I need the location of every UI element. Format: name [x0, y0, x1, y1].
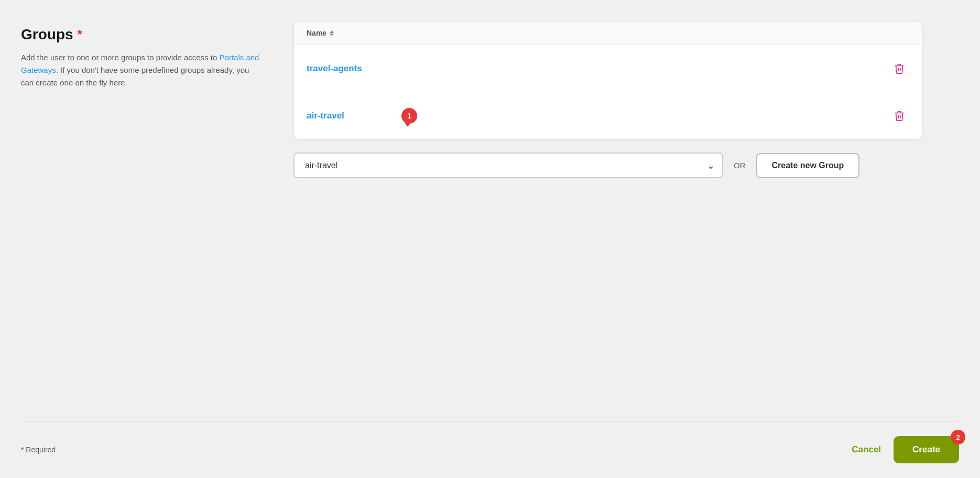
table-header: Name: [294, 21, 922, 45]
group-select-wrapper: air-travel travel-agents ⌄: [293, 153, 723, 178]
sort-up-arrow: [330, 30, 334, 33]
groups-table-card: Name travel-agents: [293, 21, 922, 140]
notification-badge-2: 2: [951, 430, 965, 444]
create-new-group-button[interactable]: Create new Group: [756, 153, 860, 178]
or-separator: OR: [734, 161, 746, 170]
group-select[interactable]: air-travel travel-agents: [293, 153, 723, 178]
required-star: *: [78, 27, 82, 42]
table-row: travel-agents: [294, 45, 922, 92]
delete-air-travel-button[interactable]: [889, 108, 909, 124]
section-title: Groups *: [21, 26, 262, 43]
group-name-travel-agents[interactable]: travel-agents: [307, 63, 362, 74]
trash-icon: [894, 110, 905, 122]
delete-travel-agents-button[interactable]: [889, 61, 909, 77]
create-button-wrapper: Create 2: [894, 436, 959, 463]
sort-icon[interactable]: [330, 30, 334, 36]
table-row: air-travel 1: [294, 92, 922, 139]
footer: * Required Cancel Create 2: [0, 421, 980, 478]
footer-actions: Cancel Create 2: [852, 436, 959, 463]
notification-badge-1: 1: [401, 108, 417, 124]
table-name-column-header: Name: [307, 29, 334, 37]
section-description: Add the user to one or more groups to pr…: [21, 51, 262, 89]
cancel-button[interactable]: Cancel: [852, 444, 881, 455]
left-panel: Groups * Add the user to one or more gro…: [21, 21, 262, 89]
portals-gateways-link[interactable]: Portals and Gateways: [21, 53, 259, 74]
trash-icon: [894, 63, 905, 74]
group-name-air-travel[interactable]: air-travel: [307, 111, 344, 121]
groups-heading: Groups: [21, 26, 73, 43]
required-label: * Required: [21, 446, 56, 454]
create-button[interactable]: Create: [894, 436, 959, 463]
sort-down-arrow: [330, 34, 334, 36]
add-group-row: air-travel travel-agents ⌄ OR Create new…: [293, 153, 922, 178]
right-panel: Name travel-agents: [293, 21, 922, 178]
